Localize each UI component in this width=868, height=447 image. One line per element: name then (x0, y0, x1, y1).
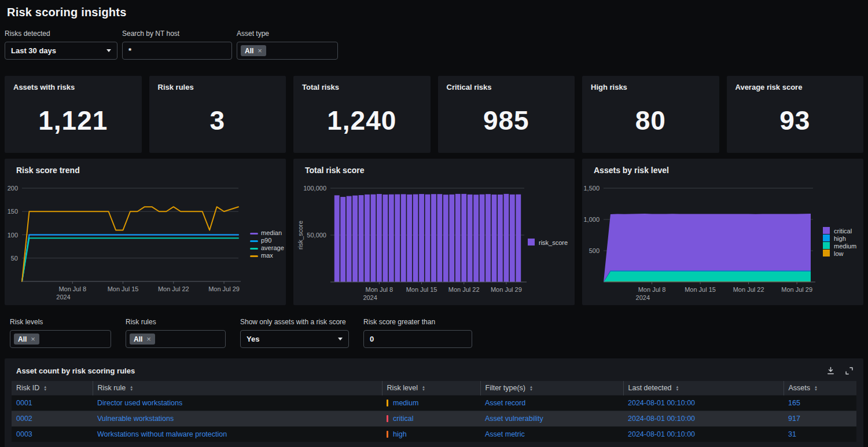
table-cell: medium (382, 395, 480, 411)
input-value: 0 (370, 335, 374, 343)
kpi-label: Assets with risks (13, 83, 133, 91)
legend-item-risk-score[interactable]: risk_score (528, 239, 568, 246)
svg-text:100: 100 (8, 232, 18, 239)
column-header-risk-level[interactable]: Risk level▲▼ (382, 381, 480, 395)
risk-id-link[interactable]: 0002 (16, 415, 32, 423)
selected-tag: All× (241, 45, 266, 56)
kpi-label: High risks (591, 83, 711, 91)
svg-text:p90: p90 (261, 237, 271, 244)
svg-text:2024: 2024 (636, 294, 650, 301)
risk-level-link[interactable]: critical (393, 415, 413, 423)
table-cell: 2024-08-01 00:10:00 (623, 395, 784, 411)
column-label: Risk level (387, 384, 418, 392)
svg-text:1,000: 1,000 (583, 216, 599, 223)
sort-icon: ▲▼ (814, 386, 818, 391)
remove-tag-icon[interactable]: × (258, 46, 262, 55)
filter-risk-rules: Risk rules All× (126, 318, 226, 348)
last-detected-link[interactable]: 2024-08-01 00:10:00 (628, 399, 695, 407)
column-header-risk-rule[interactable]: Risk rule▲▼ (93, 381, 382, 395)
filter-risk-levels: Risk levels All× (10, 318, 111, 348)
chevron-down-icon (338, 338, 343, 340)
svg-text:500: 500 (589, 247, 599, 254)
remove-tag-icon[interactable]: × (31, 335, 35, 343)
legend-item-median[interactable]: median (250, 229, 282, 236)
risk-levels-multiselect[interactable]: All× (10, 330, 111, 348)
top-filter-row: Risks detected Last 30 days Search by NT… (5, 30, 863, 60)
kpi-label: Total risks (302, 83, 422, 91)
kpi-label: Average risk score (735, 83, 855, 91)
risk-level-link[interactable]: medium (393, 399, 418, 407)
risk-id-link[interactable]: 0003 (16, 430, 32, 438)
total-risk-score-panel: Total risk score 50,000100,000Mon Jul 82… (293, 159, 575, 305)
last-detected-link[interactable]: 2024-08-01 00:10:00 (628, 430, 695, 438)
risk-rule-link[interactable]: Workstations without malware protection (97, 430, 227, 438)
selected-tag: All× (130, 334, 155, 345)
risk-rule-link[interactable]: Vulnerable workstations (97, 415, 174, 423)
kpi-label: Risk rules (158, 83, 278, 91)
filter-type-link[interactable]: Asset metric (485, 430, 525, 438)
assets-link[interactable]: 31 (788, 430, 796, 438)
filter-label: Risk rules (126, 318, 226, 326)
last-detected-link[interactable]: 2024-08-01 00:10:00 (628, 415, 695, 423)
remove-tag-icon[interactable]: × (146, 335, 151, 343)
filter-search-nt-host: Search by NT host * (122, 30, 232, 60)
table-cell: 0001 (12, 395, 93, 411)
table-cell: Director used workstations (93, 395, 382, 411)
svg-text:critical: critical (834, 228, 852, 235)
table-cell: Asset vulnerability (480, 411, 623, 427)
table-header: Risk ID▲▼Risk rule▲▼Risk level▲▼Filter t… (12, 381, 856, 395)
column-header-risk-id[interactable]: Risk ID▲▼ (12, 381, 93, 395)
chart-title: Risk score trend (16, 166, 80, 175)
svg-text:Mon Jul 22: Mon Jul 22 (158, 285, 189, 292)
asset-type-multiselect[interactable]: All× (237, 42, 338, 60)
svg-text:risk_score: risk_score (539, 239, 568, 246)
svg-text:1,500: 1,500 (583, 185, 599, 192)
column-header-filter-type-s[interactable]: Filter type(s)▲▼ (480, 381, 623, 395)
assets-link[interactable]: 165 (788, 399, 800, 407)
legend-item-max[interactable]: max (250, 252, 273, 259)
risk-rules-multiselect[interactable]: All× (126, 330, 226, 348)
column-header-last-detected[interactable]: Last detected▲▼ (623, 381, 784, 395)
download-icon[interactable] (826, 366, 836, 376)
risks-detected-select[interactable]: Last 30 days (5, 42, 117, 60)
risk-score-input[interactable]: 0 (363, 330, 472, 348)
svg-text:Mon Jul 22: Mon Jul 22 (733, 286, 764, 293)
svg-text:Mon Jul 8: Mon Jul 8 (638, 286, 666, 293)
filter-risks-detected: Risks detected Last 30 days (5, 30, 117, 60)
svg-text:100,000: 100,000 (303, 185, 326, 192)
svg-text:Mon Jul 15: Mon Jul 15 (108, 285, 139, 292)
legend-item-low[interactable]: low (823, 250, 844, 257)
filter-risk-score-greater: Risk score greater than 0 (363, 318, 472, 348)
legend-item-high[interactable]: high (823, 235, 846, 242)
legend-item-average[interactable]: average (250, 244, 284, 251)
risk-level-indicator (387, 415, 388, 422)
risk-level-link[interactable]: high (393, 430, 407, 438)
page-title: Risk scoring insights (7, 6, 862, 19)
svg-text:median: median (261, 229, 282, 236)
table-cell: 165 (784, 395, 856, 411)
show-only-assets-select[interactable]: Yes (240, 330, 349, 348)
nt-host-search-input[interactable]: * (122, 42, 232, 60)
table-row: 0002Vulnerable workstationscriticalAsset… (12, 411, 856, 427)
column-label: Last detected (628, 384, 672, 392)
filter-label: Risks detected (5, 30, 117, 38)
column-header-assets[interactable]: Assets▲▼ (784, 381, 856, 395)
table-cell: 0003 (12, 427, 93, 442)
legend-item-p90[interactable]: p90 (250, 237, 271, 244)
risk-rule-link[interactable]: Director used workstations (97, 399, 182, 407)
kpi-value: 1,240 (302, 91, 422, 148)
risk-id-link[interactable]: 0001 (16, 399, 32, 407)
selected-tag: All× (14, 334, 39, 345)
filter-type-link[interactable]: Asset vulnerability (485, 415, 543, 423)
legend-item-critical[interactable]: critical (823, 227, 852, 235)
filter-type-link[interactable]: Asset record (485, 399, 525, 407)
table-cell: 917 (784, 411, 856, 427)
table-cell: 2024-08-01 00:10:00 (623, 427, 784, 442)
legend-item-medium[interactable]: medium (823, 242, 856, 250)
chevron-down-icon (106, 49, 111, 52)
selected-value: Yes (247, 335, 259, 343)
expand-icon[interactable] (844, 366, 854, 376)
assets-link[interactable]: 917 (788, 415, 800, 423)
svg-text:200: 200 (8, 185, 18, 192)
svg-text:low: low (834, 250, 844, 257)
